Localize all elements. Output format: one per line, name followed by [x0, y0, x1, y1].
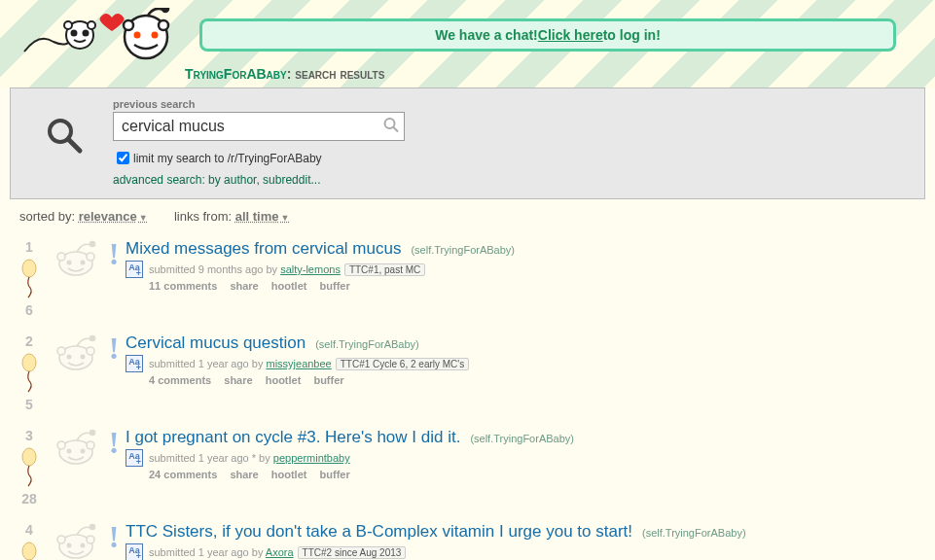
post-title-link[interactable]: TTC Sisters, if you don't take a B-Compl…	[126, 522, 632, 542]
author-link[interactable]: missyjeanbee	[266, 358, 331, 369]
sort-bar: sorted by: relevance▼ links from: all ti…	[0, 199, 935, 233]
svg-point-21	[80, 261, 85, 265]
svg-point-34	[66, 449, 71, 454]
post-title-link[interactable]: I got pregnant on cycle #3. Here's how I…	[126, 428, 460, 447]
svg-point-15	[22, 260, 36, 277]
post-buttons: 4 comments share hootlet buffer	[149, 374, 925, 386]
svg-point-1	[72, 31, 77, 36]
result-row: 2 5 ! Cervical mucus question (self.Tryi…	[10, 328, 925, 422]
vote-column: 4 12	[10, 522, 49, 560]
thumbnail[interactable]	[49, 428, 102, 470]
share-link[interactable]: share	[224, 374, 252, 386]
svg-point-2	[84, 31, 89, 36]
comments-link[interactable]: 24 comments	[149, 469, 217, 480]
author-link[interactable]: peppermintbaby	[273, 452, 350, 464]
thumbnail[interactable]	[49, 522, 102, 560]
limit-subreddit-checkbox[interactable]	[117, 152, 129, 164]
svg-line-12	[68, 139, 80, 151]
author-link[interactable]: salty-lemons	[280, 263, 341, 275]
result-row: 1 6 ! Mixed messages from cervical mucus…	[10, 233, 925, 328]
buffer-link[interactable]: buffer	[320, 280, 350, 292]
hootlet-link[interactable]: hootlet	[266, 374, 302, 386]
result-row: 4 12 ! TTC Sisters, if you don't take a …	[10, 516, 925, 560]
res-style-toggle[interactable]: Aa	[126, 355, 143, 372]
share-link[interactable]: share	[230, 469, 258, 480]
comments-link[interactable]: 11 comments	[149, 280, 217, 292]
res-style-toggle[interactable]: Aa	[126, 261, 143, 278]
svg-point-38	[57, 536, 65, 543]
svg-point-20	[66, 261, 71, 265]
svg-point-10	[152, 32, 159, 39]
vote-column: 1 6	[10, 239, 49, 318]
svg-point-19	[90, 242, 94, 247]
page-title: TryingForABaby: search results	[0, 62, 935, 88]
author-flair: TTC#2 since Aug 2013	[298, 546, 407, 559]
author-flair: TTC#1 Cycle 6, 2 early MC's	[336, 358, 470, 370]
page-title-suffix: : search results	[287, 66, 385, 82]
limit-subreddit-label: limit my search to /r/TryingForABaby	[133, 152, 322, 165]
rank: 1	[10, 239, 49, 255]
subreddit-name[interactable]: TryingForABaby	[185, 66, 287, 82]
svg-point-33	[90, 431, 94, 436]
self-post-icon: !	[104, 428, 124, 457]
score: 5	[10, 397, 49, 412]
svg-point-18	[87, 253, 94, 261]
chevron-down-icon: ▼	[139, 213, 148, 223]
sorted-by-label: sorted by:	[19, 209, 79, 224]
svg-point-17	[57, 253, 65, 261]
share-link[interactable]: share	[230, 280, 258, 292]
post-subreddit[interactable]: (self.TryingForABaby)	[315, 338, 419, 350]
self-post-icon: !	[104, 522, 124, 551]
rank: 3	[10, 428, 49, 443]
post-subreddit[interactable]: (self.TryingForABaby)	[411, 244, 515, 256]
rank: 2	[10, 333, 49, 349]
svg-point-7	[159, 20, 168, 30]
thumbnail[interactable]	[49, 333, 102, 375]
chevron-down-icon: ▼	[281, 213, 290, 223]
comments-link[interactable]: 4 comments	[149, 374, 211, 386]
svg-point-29	[22, 448, 36, 466]
svg-point-40	[90, 525, 94, 530]
search-icon	[45, 116, 84, 155]
thumbnail[interactable]	[49, 239, 102, 281]
vote-column: 3 28	[10, 428, 49, 507]
results-list: 1 6 ! Mixed messages from cervical mucus…	[0, 233, 935, 560]
svg-point-31	[57, 441, 65, 449]
svg-point-28	[80, 355, 85, 360]
result-row: 3 28 ! I got pregnant on cycle #3. Here'…	[10, 422, 925, 516]
res-style-toggle[interactable]: Aa	[126, 449, 143, 467]
search-panel: previous search limit my search to /r/Tr…	[10, 88, 925, 199]
svg-point-39	[87, 536, 94, 543]
time-dropdown[interactable]: all time▼	[235, 209, 290, 224]
self-post-icon: !	[104, 333, 124, 363]
post-title-link[interactable]: Mixed messages from cervical mucus	[126, 239, 401, 259]
subreddit-logo[interactable]	[19, 8, 185, 62]
svg-point-36	[22, 542, 36, 560]
chat-banner[interactable]: We have a chat! Click here to log in!	[199, 18, 896, 52]
svg-point-22	[22, 354, 36, 371]
author-link[interactable]: Axora	[266, 546, 294, 558]
svg-point-27	[66, 355, 71, 360]
advanced-search-link[interactable]: advanced search: by author, subreddit...	[113, 173, 905, 187]
search-input[interactable]	[113, 112, 405, 141]
score: 28	[10, 491, 49, 507]
post-meta: submitted 1 year ago by AxoraTTC#2 since…	[149, 546, 406, 558]
post-subreddit[interactable]: (self.TryingForABaby)	[642, 527, 746, 539]
vote-column: 2 5	[10, 333, 49, 412]
post-subreddit[interactable]: (self.TryingForABaby)	[470, 433, 574, 444]
chat-text-suffix: to log in!	[603, 27, 661, 43]
res-style-toggle[interactable]: Aa	[126, 543, 143, 560]
rank: 4	[10, 522, 49, 538]
sort-dropdown[interactable]: relevance▼	[79, 209, 148, 224]
post-title-link[interactable]: Cervical mucus question	[126, 333, 306, 353]
svg-point-35	[80, 449, 85, 454]
buffer-link[interactable]: buffer	[313, 374, 343, 386]
svg-point-9	[134, 32, 141, 39]
hootlet-link[interactable]: hootlet	[271, 280, 307, 292]
hootlet-link[interactable]: hootlet	[271, 469, 307, 480]
links-from-label: links from:	[174, 209, 235, 224]
score: 6	[10, 302, 49, 318]
chat-link[interactable]: Click here	[538, 27, 603, 43]
buffer-link[interactable]: buffer	[320, 469, 350, 480]
post-meta: submitted 9 months ago by salty-lemonsTT…	[149, 263, 425, 275]
